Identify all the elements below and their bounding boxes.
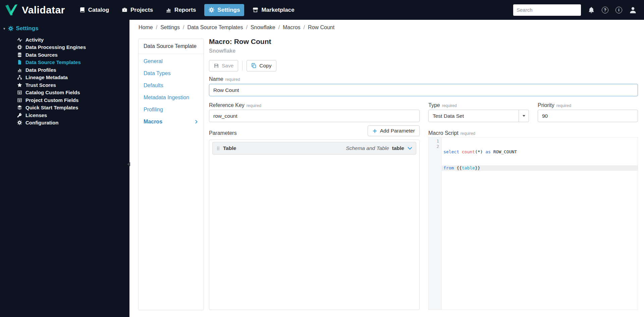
sidebar-item-licenses[interactable]: Licenses xyxy=(0,111,129,119)
page-title: Macro: Row Count xyxy=(209,38,271,46)
layers-icon xyxy=(17,105,22,110)
sidebar-item-activity[interactable]: Activity xyxy=(0,36,129,44)
marketplace-store-icon xyxy=(253,7,258,13)
cogs-icon xyxy=(17,120,22,125)
code-token: select xyxy=(443,149,462,154)
sidebar-item-data-profiles[interactable]: Data Profiles xyxy=(0,66,129,74)
sidebar-title: Settings xyxy=(16,25,39,32)
main-content: Home / Settings / Data Source Templates … xyxy=(129,20,644,317)
database-icon xyxy=(17,52,22,57)
drag-handle-icon[interactable] xyxy=(216,146,220,151)
plus-icon xyxy=(372,128,377,134)
sidebar-item-catalog-custom-fields[interactable]: Catalog Custom Fields xyxy=(0,89,129,97)
copy-button[interactable]: Copy xyxy=(247,60,276,71)
subnav-header: Data Source Template xyxy=(139,39,204,54)
code-token: table xyxy=(462,165,475,170)
template-subnav: Data Source Template General Data Types … xyxy=(138,39,204,310)
user-account-icon[interactable] xyxy=(629,6,637,14)
sidebar-item-quick-start-templates[interactable]: Quick Start Templates xyxy=(0,104,129,112)
help-icon[interactable]: ? xyxy=(602,7,608,13)
macro-script-editor[interactable]: 1 2 select count(*) as ROW_COUNT from {{… xyxy=(428,137,638,310)
sidebar-item-data-source-templates[interactable]: Data Source Templates xyxy=(0,59,129,66)
parameter-type-hint: Schema and Table xyxy=(346,145,389,151)
parameter-row-table[interactable]: Table Schema and Table table xyxy=(212,142,416,155)
settings-sidebar: ▾ Settings Activity Data Processing Engi… xyxy=(0,20,129,317)
button-divider xyxy=(242,61,243,71)
breadcrumb-home[interactable]: Home xyxy=(139,24,153,31)
editor-code-area[interactable]: select count(*) as ROW_COUNT from {{tabl… xyxy=(442,138,638,310)
nav-label: Settings xyxy=(217,7,240,13)
validatar-logo-icon xyxy=(5,4,18,15)
editor-gutter: 1 2 xyxy=(429,138,442,310)
chevron-right-icon xyxy=(194,119,199,124)
nav-label: Marketplace xyxy=(261,7,294,13)
type-select-value: Test Data Set xyxy=(429,113,519,119)
subnav-item-metadata-ingestion[interactable]: Metadata Ingestion xyxy=(139,92,204,104)
nav-label: Projects xyxy=(130,7,153,13)
notifications-bell-icon[interactable] xyxy=(588,7,595,13)
priority-input[interactable] xyxy=(538,110,638,122)
search-input[interactable] xyxy=(513,4,581,16)
sidebar-item-lineage-metadata[interactable]: Lineage Metadata xyxy=(0,74,129,82)
code-line-1: select count(*) as ROW_COUNT xyxy=(442,149,638,155)
save-button[interactable]: Save xyxy=(209,60,238,71)
sidebar-item-trust-scores[interactable]: Trust Scores xyxy=(0,81,129,89)
primary-nav: Catalog Projects Reports Settings Market… xyxy=(75,4,299,16)
parameters-list: Table Schema and Table table xyxy=(209,140,420,310)
chevron-down-icon[interactable] xyxy=(407,146,413,151)
info-icon[interactable]: i xyxy=(615,7,622,13)
sidebar-section-settings[interactable]: ▾ Settings xyxy=(0,20,129,35)
page-subtitle: Snowflake xyxy=(209,48,235,54)
code-token: (*) xyxy=(475,149,485,154)
brand[interactable]: Validatar xyxy=(0,4,65,16)
settings-gear-icon xyxy=(8,26,13,31)
priority-field-label: Priorityrequired xyxy=(538,102,571,108)
sidebar-collapse-handle[interactable] xyxy=(127,162,130,166)
sidebar-item-project-custom-fields[interactable]: Project Custom Fields xyxy=(0,96,129,104)
line-number: 2 xyxy=(429,144,441,149)
code-token: as xyxy=(485,149,491,154)
sidebar-item-data-sources[interactable]: Data Sources xyxy=(0,51,129,59)
parameter-type: table xyxy=(392,145,404,151)
tree-collapse-caret-icon[interactable]: ▾ xyxy=(3,27,5,31)
catalog-book-icon xyxy=(79,7,85,13)
subnav-item-general[interactable]: General xyxy=(139,55,204,67)
nav-item-projects[interactable]: Projects xyxy=(117,4,157,16)
sidebar-item-data-processing-engines[interactable]: Data Processing Engines xyxy=(0,44,129,51)
required-badge: required xyxy=(247,103,261,108)
add-parameter-label: Add Parameter xyxy=(380,128,415,134)
required-badge: required xyxy=(225,77,240,82)
table-grid-icon xyxy=(17,90,22,95)
macro-editor-panel: Macro: Row Count Snowflake Save Copy Nam… xyxy=(209,20,638,317)
breadcrumb-separator: / xyxy=(183,24,184,31)
subnav-item-defaults[interactable]: Defaults xyxy=(139,80,204,92)
reports-chart-icon xyxy=(166,7,171,13)
required-badge: required xyxy=(461,131,475,136)
type-select[interactable]: Test Data Set xyxy=(428,110,529,122)
settings-gear-icon xyxy=(209,7,214,13)
sidebar-item-configuration[interactable]: Configuration xyxy=(0,119,129,127)
brand-name: Validatar xyxy=(22,4,65,16)
add-parameter-button[interactable]: Add Parameter xyxy=(368,125,420,136)
nav-item-reports[interactable]: Reports xyxy=(161,4,200,16)
subnav-item-data-types[interactable]: Data Types xyxy=(139,67,204,80)
navbar-right: ? i xyxy=(513,4,644,16)
subnav-item-macros[interactable]: Macros xyxy=(139,116,204,128)
nav-label: Reports xyxy=(174,7,196,13)
top-navbar: Validatar Catalog Projects Reports Setti… xyxy=(0,0,644,20)
projects-briefcase-icon xyxy=(122,7,127,13)
name-input[interactable] xyxy=(209,84,638,96)
breadcrumb-settings[interactable]: Settings xyxy=(160,24,180,31)
required-badge: required xyxy=(442,103,457,108)
name-field-label: Namerequired xyxy=(209,76,240,82)
chip-icon xyxy=(17,45,22,50)
subnav-item-profiling[interactable]: Profiling xyxy=(139,104,204,116)
star-icon xyxy=(17,83,22,88)
nav-item-settings[interactable]: Settings xyxy=(204,4,244,16)
nav-item-marketplace[interactable]: Marketplace xyxy=(248,4,299,16)
reference-key-input[interactable] xyxy=(209,110,420,122)
macro-script-label: Macro Scriptrequired xyxy=(428,130,475,136)
copy-button-label: Copy xyxy=(259,63,271,69)
nav-item-catalog[interactable]: Catalog xyxy=(75,4,113,16)
save-floppy-icon xyxy=(214,63,219,68)
